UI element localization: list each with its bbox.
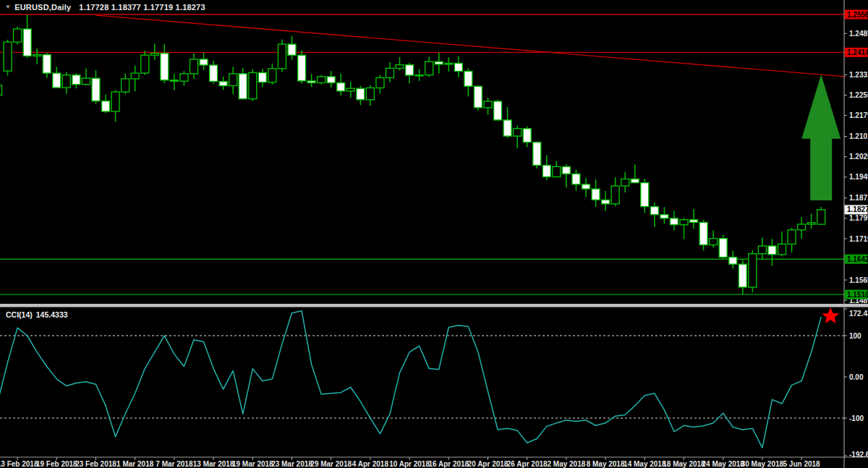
bull-candle bbox=[514, 129, 522, 136]
price-badge-label: 1.25560 bbox=[847, 11, 868, 19]
date-label: 2 May 2018 bbox=[547, 460, 585, 468]
price-tick-label: 1.21790 bbox=[849, 111, 868, 119]
bull-candle bbox=[817, 210, 825, 224]
price-badge-label: 1.18273 bbox=[847, 205, 868, 213]
bull-candle bbox=[415, 75, 423, 76]
date-label: 4 Apr 2018 bbox=[352, 460, 389, 468]
bull-candle bbox=[229, 74, 237, 86]
date-label: 29 Mar 2018 bbox=[310, 460, 352, 468]
date-label: 10 Apr 2018 bbox=[389, 460, 430, 468]
bull-candle bbox=[318, 77, 326, 83]
cci-panel-area[interactable] bbox=[0, 307, 844, 457]
price-tick-label: 1.17950 bbox=[849, 214, 868, 222]
bull-candle bbox=[376, 77, 384, 88]
bull-candle bbox=[141, 55, 149, 73]
price-badge-label: 1.24146 bbox=[847, 48, 868, 56]
bear-candle bbox=[92, 78, 100, 101]
bull-candle bbox=[680, 220, 688, 225]
date-label: 19 Feb 2018 bbox=[36, 460, 77, 468]
bear-candle bbox=[357, 88, 365, 100]
bull-candle bbox=[268, 69, 276, 82]
bear-candle bbox=[337, 82, 345, 90]
bear-candle bbox=[768, 246, 776, 255]
bull-candle bbox=[131, 73, 139, 79]
cci-scale-label: -100 bbox=[849, 414, 864, 422]
date-label: 30 May 2018 bbox=[741, 460, 784, 468]
bear-candle bbox=[690, 220, 698, 223]
bear-candle bbox=[592, 189, 600, 200]
bear-candle bbox=[210, 65, 218, 82]
price-tick-label: 1.15650 bbox=[849, 276, 868, 284]
date-label: 18 May 2018 bbox=[663, 460, 705, 468]
price-tick-label: 1.21010 bbox=[849, 132, 868, 140]
bear-candle bbox=[631, 179, 639, 182]
bear-candle bbox=[464, 72, 472, 87]
bull-candle bbox=[807, 223, 815, 224]
cci-indicator-label: CCI(14) 145.4333 bbox=[6, 310, 68, 319]
date-label: 7 Mar 2018 bbox=[156, 460, 193, 468]
bull-candle bbox=[778, 244, 786, 254]
date-label: 13 Mar 2018 bbox=[193, 460, 234, 468]
bull-candle bbox=[798, 224, 806, 230]
bear-candle bbox=[523, 129, 531, 142]
cci-scale-label: 172.4301 bbox=[849, 310, 868, 318]
main-chart-area[interactable] bbox=[0, 0, 844, 304]
bear-candle bbox=[739, 264, 746, 287]
chart-header: ▼ EURUSD,Daily 1.17728 1.18377 1.17719 1… bbox=[5, 3, 205, 12]
price-tick-label: 1.23310 bbox=[849, 71, 868, 79]
bear-candle bbox=[670, 218, 678, 225]
bear-candle bbox=[219, 82, 227, 86]
bull-candle bbox=[14, 29, 22, 42]
bear-candle bbox=[298, 55, 306, 81]
price-tick-label: 1.22550 bbox=[849, 91, 868, 99]
bear-candle bbox=[43, 55, 51, 74]
bear-candle bbox=[53, 73, 61, 88]
bull-candle bbox=[33, 55, 41, 56]
bear-candle bbox=[239, 74, 247, 99]
date-label: 20 Apr 2018 bbox=[468, 460, 509, 468]
bull-candle bbox=[788, 230, 796, 244]
bull-candle bbox=[346, 88, 354, 91]
bear-candle bbox=[699, 222, 707, 244]
date-label: 19 Mar 2018 bbox=[232, 460, 273, 468]
bear-candle bbox=[102, 101, 110, 111]
bear-candle bbox=[258, 72, 266, 82]
bull-candle bbox=[249, 72, 257, 98]
bull-candle bbox=[62, 75, 70, 88]
date-label: 23 Mar 2018 bbox=[271, 460, 312, 468]
panel-separator[interactable] bbox=[0, 304, 868, 307]
bull-candle bbox=[621, 179, 629, 186]
bear-candle bbox=[650, 207, 658, 215]
bear-candle bbox=[533, 142, 541, 166]
bull-candle bbox=[386, 68, 394, 77]
price-tick-label: 1.19490 bbox=[849, 173, 868, 181]
bear-candle bbox=[200, 59, 208, 65]
bear-candle bbox=[170, 80, 178, 81]
bull-candle bbox=[484, 101, 492, 108]
cci-name: CCI(14) bbox=[6, 310, 33, 319]
bull-candle bbox=[758, 246, 766, 254]
bear-candle bbox=[542, 166, 550, 177]
price-badge-label: 1.16429 bbox=[847, 255, 868, 263]
bear-candle bbox=[494, 101, 502, 120]
cci-scale-label: 0.00 bbox=[849, 373, 864, 381]
bull-candle bbox=[425, 61, 433, 75]
price-tick-label: 1.20250 bbox=[849, 153, 868, 161]
bull-candle bbox=[366, 88, 374, 99]
bear-candle bbox=[406, 65, 414, 75]
date-label: 16 Apr 2018 bbox=[428, 460, 469, 468]
cci-scale-label: 100 bbox=[849, 332, 861, 340]
date-label: 24 May 2018 bbox=[702, 460, 745, 468]
bull-candle bbox=[396, 65, 404, 69]
bear-candle bbox=[503, 120, 511, 136]
cci-scale-label: -192.633 bbox=[849, 451, 868, 459]
symbol-dropdown-icon[interactable]: ▼ bbox=[5, 4, 11, 10]
cci-current-value: 145.4333 bbox=[36, 310, 68, 319]
bear-candle bbox=[435, 61, 443, 64]
bull-candle bbox=[4, 42, 12, 71]
bull-candle bbox=[150, 54, 158, 56]
ohlc-values-label: 1.17728 1.18377 1.17719 1.18273 bbox=[79, 3, 205, 12]
bear-candle bbox=[307, 81, 315, 83]
bear-candle bbox=[562, 166, 570, 174]
bear-candle bbox=[288, 44, 296, 55]
